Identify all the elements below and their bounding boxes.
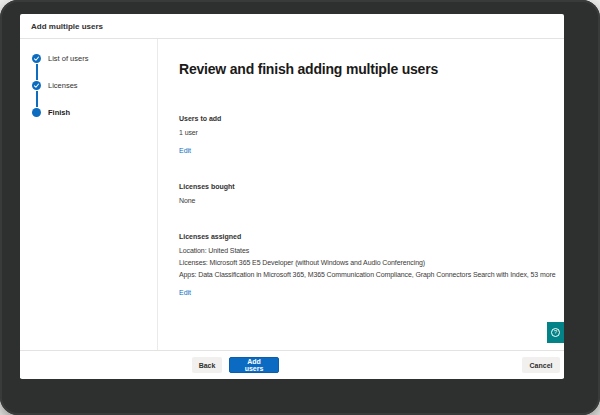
page-title: Review and finish adding multiple users [179, 61, 562, 77]
dialog-header: Add multiple users [20, 14, 564, 39]
section-title: Users to add [179, 115, 562, 122]
step-label: Finish [48, 108, 70, 117]
edit-users-link[interactable]: Edit [179, 145, 191, 157]
add-users-button[interactable]: Add users [229, 357, 279, 373]
dialog-footer: Back Add users Cancel [20, 350, 564, 378]
section-title: Licenses assigned [179, 233, 562, 240]
add-multiple-users-dialog: Add multiple users List of users License… [20, 14, 564, 379]
review-sections: Users to add 1 user Edit Licenses bought… [179, 115, 562, 299]
cancel-button[interactable]: Cancel [522, 357, 560, 373]
wizard-stepper: List of users Licenses Finish [20, 39, 158, 350]
dialog-title: Add multiple users [31, 22, 103, 31]
stepper-connector [36, 91, 38, 107]
help-button[interactable]: ? [547, 322, 564, 343]
edit-licenses-link[interactable]: Edit [179, 287, 191, 299]
step-label: Licenses [48, 81, 78, 90]
section-licenses-bought: Licenses bought None [179, 183, 562, 207]
stepper-connector [36, 64, 38, 80]
users-count-line: 1 user [179, 127, 562, 139]
licenses-line: Licenses: Microsoft 365 E5 Developer (wi… [179, 257, 562, 269]
stepper-step-licenses[interactable]: Licenses [32, 81, 78, 90]
main-content: Review and finish adding multiple users … [158, 39, 564, 350]
step-completed-check-icon [32, 81, 41, 90]
dialog-body: List of users Licenses Finish Review and… [20, 39, 564, 350]
stepper-step-finish[interactable]: Finish [32, 108, 70, 117]
window-frame: Add multiple users List of users License… [0, 0, 600, 415]
stepper-step-list-of-users[interactable]: List of users [32, 54, 88, 63]
step-completed-check-icon [32, 54, 41, 63]
back-button[interactable]: Back [192, 357, 222, 373]
apps-line: Apps: Data Classification in Microsoft 3… [179, 269, 562, 281]
licenses-bought-line: None [179, 195, 562, 207]
section-title: Licenses bought [179, 183, 562, 190]
location-line: Location: United States [179, 245, 562, 257]
help-icon: ? [551, 328, 560, 337]
step-label: List of users [48, 54, 88, 63]
step-current-dot-icon [32, 108, 41, 117]
section-licenses-assigned: Licenses assigned Location: United State… [179, 233, 562, 299]
section-users-to-add: Users to add 1 user Edit [179, 115, 562, 157]
